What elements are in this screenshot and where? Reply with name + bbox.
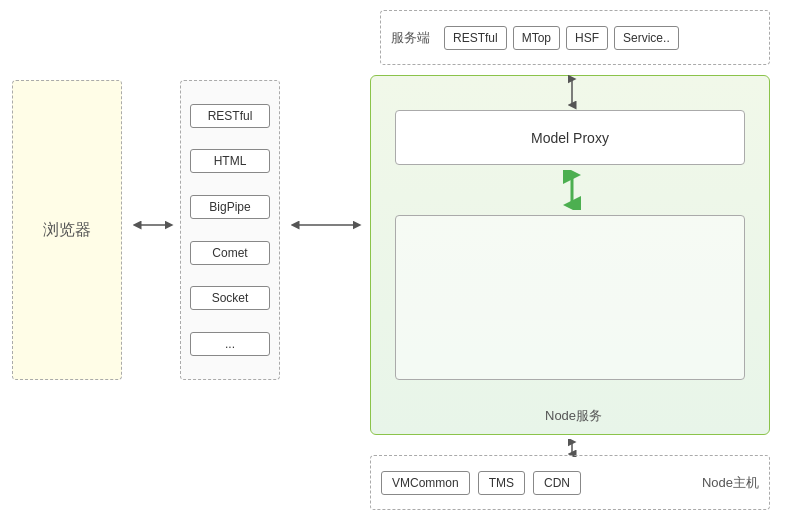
diagram-container: 浏览器 RESTful HTML BigPipe Comet Socket ..… [0, 0, 800, 521]
arrow-protocol-node [286, 215, 366, 235]
double-arrow-v2-icon [561, 170, 583, 210]
proto-restful: RESTful [190, 104, 270, 128]
arrow-top-to-proxy [560, 72, 584, 112]
infra-tms: TMS [478, 471, 525, 495]
infra-vmcommon: VMCommon [381, 471, 470, 495]
proto-bigpipe: BigPipe [190, 195, 270, 219]
model-proxy-label: Model Proxy [531, 130, 609, 146]
server-proto-mtop: MTop [513, 26, 560, 50]
infra-cdn: CDN [533, 471, 581, 495]
double-arrow-h2-icon [289, 215, 363, 235]
arrow-browser-protocol [128, 215, 178, 235]
proto-socket: Socket [190, 286, 270, 310]
proto-more: ... [190, 332, 270, 356]
server-proto-service: Service.. [614, 26, 679, 50]
server-top-bar: 服务端 RESTful MTop HSF Service.. [380, 10, 770, 65]
infra-box: VMCommon TMS CDN Node主机 [370, 455, 770, 510]
server-top-label: 服务端 [391, 29, 430, 47]
model-proxy-box: Model Proxy [395, 110, 745, 165]
browser-box: 浏览器 [12, 80, 122, 380]
inner-service-box [395, 215, 745, 380]
double-arrow-h-icon [131, 215, 175, 235]
proto-html: HTML [190, 149, 270, 173]
server-proto-hsf: HSF [566, 26, 608, 50]
node-service-label: Node服务 [545, 407, 602, 425]
arrow-proxy-to-service [560, 168, 584, 212]
proto-comet: Comet [190, 241, 270, 265]
double-arrow-v1-icon [561, 74, 583, 110]
server-proto-restful: RESTful [444, 26, 507, 50]
browser-label: 浏览器 [43, 220, 91, 241]
protocol-box: RESTful HTML BigPipe Comet Socket ... [180, 80, 280, 380]
infra-label: Node主机 [702, 474, 759, 492]
